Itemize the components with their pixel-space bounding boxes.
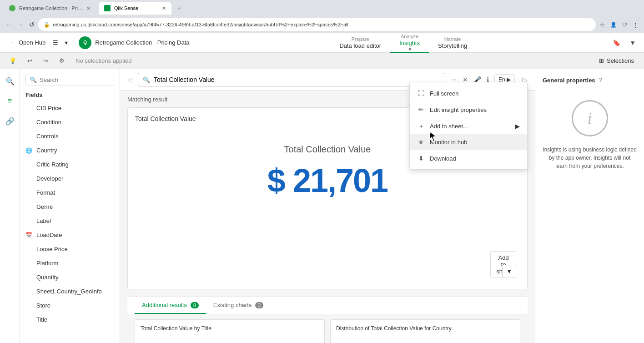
bookmark-star-button[interactable]: ☆: [598, 20, 607, 29]
tab-narrate[interactable]: Narrate Storytelling: [429, 33, 476, 53]
bookmark-button[interactable]: 🔖: [610, 36, 623, 49]
add-to-sheet-item-left: + Add to sheet...: [417, 122, 468, 130]
field-item-platform[interactable]: Platform: [20, 256, 120, 270]
hamburger-menu-button[interactable]: ☰: [50, 36, 61, 49]
bottom-tabs: Additional results 8 Existing charts 3: [127, 297, 528, 314]
address-text: retrogaming.us.qlikcloud.com/sense/app/a…: [53, 22, 348, 27]
dropdown-label-fullscreen: Full screen: [430, 90, 459, 97]
right-panel-help-icon[interactable]: ?: [599, 76, 603, 84]
add-to-sheet-dropdown-button[interactable]: ▼: [502, 265, 516, 278]
fields-header: 🔍: [20, 69, 120, 89]
field-item-developer[interactable]: Developer: [20, 172, 120, 186]
tab-label-qlik: Qlik Sense: [114, 5, 138, 11]
tab-narrate-super: Narrate: [444, 36, 461, 42]
field-item-critic-rating[interactable]: Critic Rating: [20, 157, 120, 172]
field-item-format[interactable]: Format: [20, 186, 120, 200]
field-item-label[interactable]: Label: [20, 214, 120, 228]
field-icon-country: 🌐: [25, 147, 33, 154]
field-label-sheet1-country: Sheet1.Country_GeoInfo: [36, 288, 102, 295]
app-header: ← Open Hub ☰ ▼ Q Retrogame Collection - …: [0, 33, 644, 53]
selections-grid-icon: ⊞: [599, 57, 604, 64]
toolbar-undo-btn[interactable]: ↩: [24, 55, 36, 66]
dropdown-item-edit-insight[interactable]: ✏ Edit insight properties: [410, 101, 527, 118]
field-item-condition[interactable]: Condition: [20, 115, 120, 129]
bottom-tab-existing[interactable]: Existing charts 3: [206, 297, 271, 314]
browser-tab-qlik[interactable]: Qlik Sense ✕: [99, 2, 171, 15]
field-item-loaddate[interactable]: 📅 LoadDate: [20, 228, 120, 242]
bottom-tab-additional[interactable]: Additional results 8: [135, 297, 206, 314]
sidebar-link-btn[interactable]: 🔗: [2, 113, 18, 129]
tab-prepare-super: Prepare: [352, 36, 369, 42]
chart-value-label: Total Collection Value: [284, 144, 371, 155]
sidebar-fields-icon: ≡: [8, 97, 12, 105]
browser-settings-btn[interactable]: ⋮: [631, 20, 640, 29]
undo-icon: ↩: [27, 57, 32, 64]
field-item-cib-price[interactable]: CIB Price: [20, 101, 120, 115]
browser-tab-retrogame[interactable]: Retrogame Collection - Pricing D... ✕: [4, 2, 96, 15]
left-sidebar: 🔍 ≡ 🔗: [0, 69, 20, 343]
selections-label: Selections: [607, 57, 634, 64]
new-tab-button[interactable]: +: [174, 3, 184, 13]
tab-close-retrogame[interactable]: ✕: [86, 5, 91, 11]
browser-ext-btn-2[interactable]: 🛡: [620, 20, 629, 29]
back-arrow-icon: ←: [10, 39, 16, 46]
field-item-loose-price[interactable]: Loose Price: [20, 242, 120, 256]
toolbar-insight-btn[interactable]: 💡: [5, 55, 20, 66]
dropdown-item-download[interactable]: ⬇ Download: [410, 150, 527, 166]
selections-button[interactable]: ⊞ Selections: [594, 55, 639, 66]
insight-search-inner[interactable]: 🔍: [138, 73, 445, 86]
field-label-cib-price: CIB Price: [36, 105, 61, 111]
field-item-title[interactable]: Title: [20, 313, 120, 327]
field-item-country[interactable]: 🌐 Country: [20, 143, 120, 157]
toolbar-redo-btn[interactable]: ↪: [40, 55, 52, 66]
sidebar-search-icon: 🔍: [5, 77, 15, 86]
info-i-letter: i: [587, 109, 592, 128]
tab-analyze-super: Analyze: [401, 34, 418, 39]
app-title: Retrogame Collection - Pricing Data: [95, 39, 189, 46]
tab-analyze-label: Insights: [399, 40, 420, 46]
field-label-critic-rating: Critic Rating: [36, 161, 69, 168]
dropdown-label-download: Download: [430, 155, 456, 162]
mini-chart-card-1[interactable]: Total Collection Value by Title: [135, 319, 325, 343]
hamburger-menu-button-2[interactable]: ▼: [61, 37, 71, 48]
field-item-quantity[interactable]: Quantity: [20, 270, 120, 284]
more-options-button[interactable]: ▼: [627, 36, 639, 49]
tab-close-qlik[interactable]: ✕: [162, 5, 166, 11]
field-item-sheet1-country[interactable]: Sheet1.Country_GeoInfo: [20, 284, 120, 298]
sidebar-search-btn[interactable]: 🔍: [2, 73, 18, 89]
toolbar-settings-btn[interactable]: ⚙: [55, 55, 68, 66]
field-item-genre[interactable]: Genre: [20, 200, 120, 214]
info-icon-large: i: [572, 100, 608, 136]
field-label-format: Format: [36, 189, 55, 196]
insight-search-input[interactable]: [154, 76, 440, 83]
sidebar-fields-btn[interactable]: ≡: [2, 93, 18, 109]
insight-search-icon: 🔍: [143, 76, 150, 83]
browser-chrome: Retrogame Collection - Pricing D... ✕ Ql…: [0, 0, 644, 16]
fields-search-box[interactable]: 🔍: [25, 74, 114, 86]
back-button[interactable]: ←: [4, 20, 14, 29]
field-label-condition: Condition: [36, 119, 61, 126]
address-bar[interactable]: 🔒 retrogaming.us.qlikcloud.com/sense/app…: [38, 18, 596, 31]
fields-search-input[interactable]: [40, 76, 116, 83]
bottom-tab-existing-label: Existing charts: [213, 302, 252, 308]
dropdown-item-add-to-sheet[interactable]: + Add to sheet... ▶: [410, 118, 527, 134]
tab-prepare[interactable]: Prepare Data load editor: [330, 33, 390, 53]
tab-analyze[interactable]: Analyze Insights ▼: [390, 33, 429, 53]
settings-icon: ⚙: [59, 57, 65, 64]
browser-ext-btn-1[interactable]: 👤: [609, 20, 619, 29]
browser-actions: ☆ 👤 🛡 ⋮: [598, 20, 640, 29]
dropdown-item-fullscreen[interactable]: ⛶ Full screen: [410, 85, 527, 101]
dropdown-item-monitor[interactable]: 👁 Monitor in hub: [410, 134, 527, 150]
open-hub-button[interactable]: ← Open Hub: [5, 36, 50, 49]
toolbar: 💡 ↩ ↪ ⚙ No selections applied ⊞ Selectio…: [0, 53, 644, 69]
field-item-controls[interactable]: Controls: [20, 129, 120, 143]
reload-button[interactable]: ↺: [27, 20, 36, 29]
mini-chart-card-2[interactable]: Distribution of Total Collection Value f…: [330, 319, 520, 343]
field-item-store[interactable]: Store: [20, 298, 120, 313]
field-label-label: Label: [36, 217, 51, 224]
open-hub-label: Open Hub: [19, 39, 45, 46]
dropdown-label-edit-insight: Edit insight properties: [430, 106, 487, 113]
hamburger-icon: ☰: [53, 39, 58, 46]
field-label-store: Store: [36, 302, 50, 309]
forward-button[interactable]: →: [15, 20, 25, 29]
